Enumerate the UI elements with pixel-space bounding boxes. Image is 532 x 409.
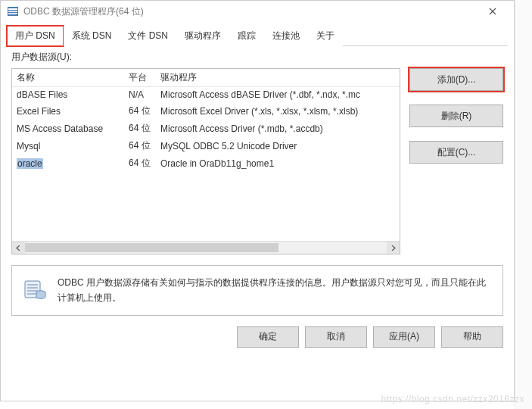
add-button[interactable]: 添加(D)...	[409, 68, 503, 91]
cell-driver: Microsoft Excel Driver (*.xls, *.xlsx, *…	[160, 106, 395, 117]
dsn-row[interactable]: MS Access Database64 位Microsoft Access D…	[12, 120, 400, 137]
dsn-row[interactable]: Excel Files64 位Microsoft Excel Driver (*…	[12, 102, 400, 120]
config-button[interactable]: 配置(C)...	[409, 141, 503, 164]
help-button[interactable]: 帮助	[441, 326, 503, 348]
chevron-left-icon	[16, 245, 21, 251]
cell-platform: 64 位	[129, 105, 160, 117]
horizontal-scrollbar[interactable]	[12, 241, 400, 254]
app-icon	[7, 5, 19, 17]
cell-driver: MySQL ODBC 5.2 Unicode Driver	[160, 141, 395, 151]
cell-driver: Oracle in OraDb11g_home1	[160, 158, 395, 169]
scroll-right-button[interactable]	[387, 242, 400, 254]
right-pane	[515, 0, 532, 409]
cell-platform: N/A	[129, 89, 160, 100]
dsn-row[interactable]: oracle64 位Oracle in OraDb11g_home1	[12, 155, 400, 172]
dsn-row[interactable]: dBASE FilesN/AMicrosoft Access dBASE Dri…	[12, 87, 400, 102]
close-button[interactable]	[478, 1, 508, 22]
grid-header: 名称 平台 驱动程序	[12, 69, 400, 87]
col-header-driver[interactable]: 驱动程序	[160, 71, 395, 84]
dsn-row[interactable]: Mysql64 位MySQL ODBC 5.2 Unicode Driver	[12, 137, 400, 155]
scroll-track[interactable]	[25, 242, 387, 254]
delete-button[interactable]: 删除(R)	[409, 105, 503, 127]
cell-driver: Microsoft Access Driver (*.mdb, *.accdb)	[160, 123, 395, 134]
dsn-grid[interactable]: 名称 平台 驱动程序 dBASE FilesN/AMicrosoft Acces…	[11, 68, 400, 254]
svg-rect-1	[8, 8, 17, 10]
cell-name: oracle	[17, 158, 129, 169]
cell-name: MS Access Database	[17, 123, 129, 134]
bottom-bar: 确定 取消 应用(A) 帮助	[11, 326, 503, 348]
window-title: ODBC 数据源管理程序(64 位)	[23, 5, 144, 18]
col-header-name[interactable]: 名称	[17, 71, 129, 84]
apply-button[interactable]: 应用(A)	[373, 326, 435, 348]
svg-rect-3	[8, 13, 17, 14]
ok-button[interactable]: 确定	[237, 326, 299, 348]
dialog-window: ODBC 数据源管理程序(64 位) 用户 DSN系统 DSN文件 DSN驱动程…	[0, 0, 515, 401]
scroll-thumb[interactable]	[25, 243, 278, 252]
grid-body: dBASE FilesN/AMicrosoft Access dBASE Dri…	[12, 87, 400, 241]
info-box: ODBC 用户数据源存储有关如何与指示的数据提供程序连接的信息。用户数据源只对您…	[11, 265, 503, 316]
cell-driver: Microsoft Access dBASE Driver (*.dbf, *.…	[160, 89, 395, 100]
cell-name: Mysql	[17, 141, 129, 151]
datasource-icon	[23, 276, 47, 301]
scroll-left-button[interactable]	[12, 242, 25, 254]
cell-platform: 64 位	[129, 157, 160, 170]
cell-name: Excel Files	[17, 106, 129, 117]
close-icon	[489, 8, 496, 15]
section-label: 用户数据源(U):	[11, 51, 503, 64]
chevron-right-icon	[390, 245, 396, 251]
cell-platform: 64 位	[129, 139, 160, 152]
cell-platform: 64 位	[129, 122, 160, 135]
info-text: ODBC 用户数据源存储有关如何与指示的数据提供程序连接的信息。用户数据源只对您…	[58, 275, 492, 306]
col-header-platform[interactable]: 平台	[129, 71, 160, 84]
cancel-button[interactable]: 取消	[305, 326, 367, 348]
cell-name: dBASE Files	[17, 89, 129, 100]
titlebar: ODBC 数据源管理程序(64 位)	[1, 1, 514, 22]
svg-rect-2	[8, 11, 17, 12]
